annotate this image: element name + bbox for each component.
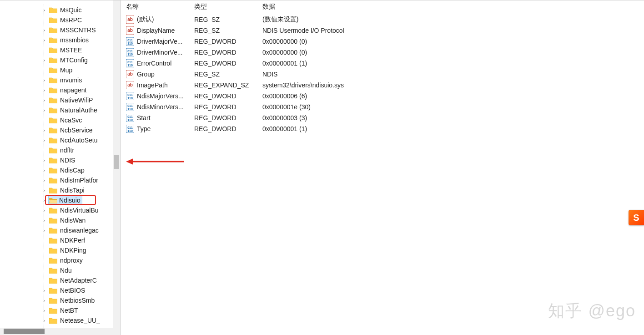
chevron-right-icon[interactable]: ›	[41, 157, 47, 163]
sogou-ime-badge[interactable]: S	[629, 210, 644, 225]
tree-item-msscntrs[interactable]: ›MSSCNTRS	[0, 25, 120, 35]
chevron-right-icon[interactable]: ›	[41, 298, 47, 303]
chevron-right-icon[interactable]: ›	[41, 168, 47, 173]
chevron-right-icon[interactable]: ›	[41, 198, 47, 203]
value-row[interactable]: DriverMajorVe...REG_DWORD0x00000000 (0)	[121, 36, 644, 47]
tree-item-label-wrap[interactable]: NetAdapterC	[48, 277, 98, 284]
tree-vertical-scrollbar[interactable]	[113, 0, 120, 335]
tree-item-label-wrap[interactable]: NDIS	[48, 157, 76, 164]
tree-item-label-wrap[interactable]: Mup	[48, 66, 73, 74]
tree-item-ndisuio[interactable]: ›Ndisuio	[0, 195, 120, 205]
tree-item-ncdautosetu[interactable]: ›NcdAutoSetu	[0, 135, 120, 145]
tree-item-label-wrap[interactable]: Ndu	[48, 267, 73, 274]
tree-item-ndproxy[interactable]: ndproxy	[0, 255, 120, 265]
value-row[interactable]: ImagePathREG_EXPAND_SZsystem32\drivers\n…	[121, 80, 644, 91]
value-row[interactable]: DriverMinorVe...REG_DWORD0x00000000 (0)	[121, 47, 644, 58]
chevron-right-icon[interactable]: ›	[41, 288, 47, 293]
chevron-right-icon[interactable]: ›	[41, 107, 47, 113]
tree-item-ndiswanlegac[interactable]: ›ndiswanlegac	[0, 225, 120, 235]
tree-item-mssmbios[interactable]: ›mssmbios	[0, 35, 120, 45]
tree-item-label-wrap[interactable]: MsQuic	[48, 6, 82, 14]
tree-item-mup[interactable]: Mup	[0, 65, 120, 75]
tree-item-label-wrap[interactable]: NetbiosSmb	[48, 297, 96, 304]
tree-item-ndiswan[interactable]: ›NdisWan	[0, 215, 120, 225]
values-list[interactable]: (默认)REG_SZ(数值未设置)DisplayNameREG_SZNDIS U…	[121, 13, 644, 134]
chevron-right-icon[interactable]: ›	[41, 7, 47, 13]
tree-item-mvumis[interactable]: ›mvumis	[0, 75, 120, 85]
chevron-right-icon[interactable]: ›	[41, 57, 47, 63]
tree-horizontal-scrollbar[interactable]	[0, 328, 120, 335]
tree-item-label-wrap[interactable]: NdisVirtualBu	[48, 207, 100, 214]
tree-item-ndkping[interactable]: NDKPing	[0, 245, 120, 255]
tree-item-label-wrap[interactable]: Ndisuio	[48, 196, 82, 205]
chevron-right-icon[interactable]: ›	[41, 137, 47, 143]
tree-item-msrpc[interactable]: MsRPC	[0, 15, 120, 25]
column-header-name[interactable]: 名称	[126, 3, 194, 11]
tree-item-ncasvc[interactable]: NcaSvc	[0, 115, 120, 125]
tree-item-ndisimplatfor[interactable]: ›NdisImPlatfor	[0, 175, 120, 185]
tree-item-nativewifip[interactable]: ›NativeWifiP	[0, 95, 120, 105]
tree-item-netbt[interactable]: ›NetBT	[0, 305, 120, 315]
tree-item-label-wrap[interactable]: Netease_UU_	[48, 317, 101, 324]
tree-item-label-wrap[interactable]: NcbService	[48, 127, 94, 134]
tree-item-label-wrap[interactable]: MsRPC	[48, 16, 83, 24]
tree-item-label-wrap[interactable]: napagent	[48, 86, 87, 94]
tree-item-ndis[interactable]: ›NDIS	[0, 155, 120, 165]
tree-item-label-wrap[interactable]: NDKPerf	[48, 237, 86, 244]
tree-item-label-wrap[interactable]: MTConfig	[48, 56, 89, 64]
tree-item-label-wrap[interactable]: NcaSvc	[48, 117, 83, 124]
chevron-right-icon[interactable]: ›	[41, 228, 47, 233]
tree-item-label-wrap[interactable]: ndiswanlegac	[48, 227, 100, 234]
chevron-right-icon[interactable]: ›	[41, 208, 47, 213]
tree-item-napagent[interactable]: ›napagent	[0, 85, 120, 95]
registry-tree[interactable]: ›MsQuicMsRPC›MSSCNTRS›mssmbiosMSTEE›MTCo…	[0, 0, 120, 325]
column-header-type[interactable]: 类型	[194, 3, 262, 11]
tree-item-label-wrap[interactable]: NcdAutoSetu	[48, 137, 99, 144]
tree-item-msquic[interactable]: ›MsQuic	[0, 5, 120, 15]
tree-item-ndisvirtualbu[interactable]: ›NdisVirtualBu	[0, 205, 120, 215]
tree-item-label-wrap[interactable]: MSSCNTRS	[48, 26, 97, 34]
tree-item-ndu[interactable]: Ndu	[0, 265, 120, 275]
scrollbar-thumb[interactable]	[114, 155, 119, 169]
value-row[interactable]: NdisMinorVers...REG_DWORD0x0000001e (30)	[121, 102, 644, 112]
value-row[interactable]: ErrorControlREG_DWORD0x00000001 (1)	[121, 58, 644, 69]
tree-item-mtconfig[interactable]: ›MTConfig	[0, 55, 120, 65]
tree-item-label-wrap[interactable]: NetBIOS	[48, 287, 86, 294]
tree-item-label-wrap[interactable]: ndproxy	[48, 257, 84, 264]
column-header-data[interactable]: 数据	[262, 3, 644, 11]
tree-item-mstee[interactable]: MSTEE	[0, 45, 120, 55]
chevron-right-icon[interactable]: ›	[41, 308, 47, 313]
tree-item-netease_uu_[interactable]: ›Netease_UU_	[0, 315, 120, 325]
tree-item-ndfltr[interactable]: ndfltr	[0, 145, 120, 155]
value-row[interactable]: StartREG_DWORD0x00000003 (3)	[121, 112, 644, 123]
tree-item-netadapterc[interactable]: NetAdapterC	[0, 275, 120, 285]
tree-item-naturalauthe[interactable]: ›NaturalAuthe	[0, 105, 120, 115]
tree-item-ndistapi[interactable]: ›NdisTapi	[0, 185, 120, 195]
values-header[interactable]: 名称 类型 数据	[121, 0, 644, 13]
value-row[interactable]: (默认)REG_SZ(数值未设置)	[121, 14, 644, 25]
tree-item-label-wrap[interactable]: NDKPing	[48, 247, 87, 254]
tree-item-netbiossmb[interactable]: ›NetbiosSmb	[0, 295, 120, 305]
tree-item-label-wrap[interactable]: NdisImPlatfor	[48, 177, 99, 184]
chevron-right-icon[interactable]: ›	[41, 218, 47, 223]
value-row[interactable]: DisplayNameREG_SZNDIS Usermode I/O Proto…	[121, 25, 644, 36]
tree-item-label-wrap[interactable]: NdisWan	[48, 217, 86, 224]
tree-item-ndkperf[interactable]: NDKPerf	[0, 235, 120, 245]
chevron-right-icon[interactable]: ›	[41, 27, 47, 33]
tree-item-label-wrap[interactable]: mssmbios	[48, 36, 90, 44]
tree-item-label-wrap[interactable]: NdisTapi	[48, 187, 86, 194]
chevron-right-icon[interactable]: ›	[41, 77, 47, 83]
chevron-right-icon[interactable]: ›	[41, 318, 47, 323]
chevron-right-icon[interactable]: ›	[41, 127, 47, 133]
tree-item-label-wrap[interactable]: NativeWifiP	[48, 96, 94, 104]
tree-item-label-wrap[interactable]: ndfltr	[48, 147, 75, 154]
chevron-right-icon[interactable]: ›	[41, 37, 47, 43]
tree-item-label-wrap[interactable]: NetBT	[48, 307, 79, 314]
scrollbar-thumb[interactable]	[4, 329, 45, 334]
value-row[interactable]: TypeREG_DWORD0x00000001 (1)	[121, 123, 644, 134]
tree-item-label-wrap[interactable]: NdisCap	[48, 167, 86, 174]
tree-item-netbios[interactable]: ›NetBIOS	[0, 285, 120, 295]
tree-item-ncbservice[interactable]: ›NcbService	[0, 125, 120, 135]
chevron-right-icon[interactable]: ›	[41, 97, 47, 103]
chevron-right-icon[interactable]: ›	[41, 188, 47, 193]
